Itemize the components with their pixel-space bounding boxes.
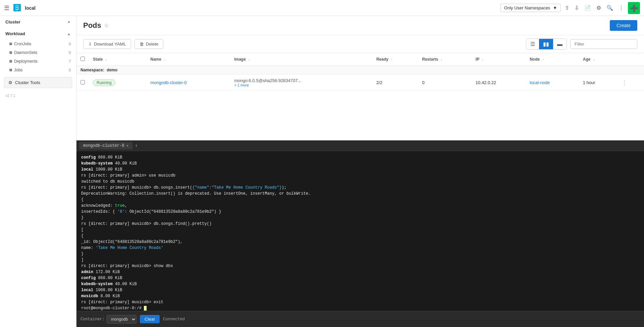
terminal-tab-bar: mongodb-cluster-0 ✕ ⇕ bbox=[76, 140, 644, 151]
document-icon[interactable]: 📄 bbox=[584, 5, 591, 11]
image-more[interactable]: + 1 more bbox=[234, 83, 368, 87]
workload-chevron-icon: ▲ bbox=[67, 32, 71, 36]
filter-input[interactable] bbox=[570, 39, 637, 49]
ready-cell: 2/2 bbox=[372, 75, 418, 91]
settings-icon[interactable]: ⚙ bbox=[596, 5, 601, 11]
view-toggle: ☰ ▮▮ ▬ bbox=[526, 39, 567, 50]
actions-column-header bbox=[618, 53, 644, 66]
terminal-line: kubedb-system 40.00 KiB bbox=[81, 281, 639, 287]
more-options-icon[interactable]: ⋮ bbox=[619, 5, 624, 11]
download-yaml-button[interactable]: ⇩ Download YAML bbox=[83, 39, 131, 49]
row-actions-cell: ⋮ bbox=[618, 75, 644, 91]
workload-section-header[interactable]: Workload ▲ bbox=[0, 28, 76, 40]
container-label: Container: bbox=[80, 317, 105, 322]
terminal-line: } bbox=[81, 251, 639, 257]
state-column-header[interactable]: State ↕ bbox=[89, 53, 146, 66]
select-all-checkbox[interactable] bbox=[80, 57, 85, 61]
cluster-name: local bbox=[25, 5, 36, 11]
table-view-button[interactable]: ▬ bbox=[553, 39, 567, 49]
terminal-resize-icon[interactable]: ⇕ bbox=[135, 143, 138, 148]
terminal-line: insertedIds: { '0': ObjectId("648813520a… bbox=[81, 209, 639, 215]
node-link[interactable]: local-node bbox=[530, 80, 550, 85]
navbar-icons: ⇧ ⇩ 📄 ⚙ 🔍 ⋮ bbox=[565, 5, 624, 11]
terminal-line: } bbox=[81, 215, 639, 221]
namespace-selector[interactable]: Only User Namespaces ▼ bbox=[500, 4, 561, 12]
pod-name-link[interactable]: mongodb-cluster-0 bbox=[150, 80, 186, 85]
table-header: State ↕ Name ↓ Image ↕ Ready bbox=[76, 53, 644, 66]
namespace-selector-label: Only User Namespaces bbox=[504, 5, 550, 10]
deployments-dot-icon bbox=[9, 60, 12, 63]
upload-icon[interactable]: ⇧ bbox=[565, 5, 569, 11]
create-button[interactable]: Create bbox=[610, 20, 637, 31]
clear-button[interactable]: Clear bbox=[140, 315, 160, 323]
terminal-line: { bbox=[81, 233, 639, 239]
terminal-line: rs [direct: primary] admin> use musicdb bbox=[81, 173, 639, 179]
download-icon[interactable]: ⇩ bbox=[575, 5, 579, 11]
terminal-line: local 1008.00 KiB bbox=[81, 287, 639, 293]
name-cell: mongodb-cluster-0 bbox=[146, 75, 230, 91]
sidebar-version: v2.7.1 bbox=[0, 91, 76, 100]
search-icon[interactable]: 🔍 bbox=[606, 5, 613, 11]
terminal-line: acknowledged: true, bbox=[81, 203, 639, 209]
container-select[interactable]: mongodb bbox=[107, 315, 137, 324]
ip-column-header[interactable]: IP ↕ bbox=[472, 53, 526, 66]
age-sort-icon: ↕ bbox=[593, 58, 595, 61]
pods-table-container: State ↕ Name ↓ Image ↕ Ready bbox=[76, 53, 644, 140]
row-checkbox[interactable] bbox=[80, 80, 85, 84]
add-resource-button[interactable]: ➕ bbox=[628, 2, 640, 14]
terminal-line: config 860.00 KiB bbox=[81, 154, 639, 160]
terminal-line: { bbox=[81, 197, 639, 203]
age-column-header[interactable]: Age ↕ bbox=[579, 53, 618, 66]
select-all-header bbox=[76, 53, 89, 66]
sidebar-item-daemonsets[interactable]: DaemonSets 0 bbox=[0, 48, 76, 57]
ip-cell: 10.42.0.22 bbox=[472, 75, 526, 91]
table-row: Running mongodb-cluster-0 mongo:6.0.5@sh… bbox=[76, 75, 644, 91]
restarts-sort-icon: ↕ bbox=[441, 58, 442, 61]
grid-view-button[interactable]: ▮▮ bbox=[539, 39, 553, 49]
cluster-tools-gear-icon: ⚙ bbox=[8, 80, 12, 85]
name-column-header[interactable]: Name ↓ bbox=[146, 53, 230, 66]
delete-button[interactable]: 🗑 Delete bbox=[135, 39, 164, 49]
terminal-line: DeprecationWarning: Collection.insert() … bbox=[81, 191, 639, 197]
terminal-line: rs [direct: primary] musicdb> exit bbox=[81, 299, 639, 305]
image-sort-icon: ↕ bbox=[248, 58, 250, 61]
restarts-cell: 0 bbox=[418, 75, 472, 91]
cluster-section-header[interactable]: Cluster ▼ bbox=[0, 16, 76, 28]
ready-sort-icon: ↕ bbox=[391, 58, 392, 61]
status-badge: Running bbox=[93, 79, 115, 86]
terminal-tab[interactable]: mongodb-cluster-0 ✕ bbox=[79, 142, 132, 149]
row-checkbox-cell bbox=[76, 75, 89, 91]
terminal-line: root@mongodb-cluster-0:/# bbox=[81, 305, 639, 311]
image-column-header[interactable]: Image ↕ bbox=[230, 53, 372, 66]
terminal-line: musicdb 8.00 KiB bbox=[81, 293, 639, 299]
ip-sort-icon: ↕ bbox=[482, 58, 483, 61]
container-selector: Container: mongodb bbox=[80, 315, 137, 324]
ready-column-header[interactable]: Ready ↕ bbox=[372, 53, 418, 66]
terminal-content[interactable]: config 860.00 KiB kubedb-system 40.00 Ki… bbox=[76, 151, 644, 311]
sidebar-item-cronjobs[interactable]: CronJobs 0 bbox=[0, 40, 76, 48]
table-body: Namespace: demo Running mongodb-cluster-… bbox=[76, 66, 644, 91]
pods-title-row: Pods ☆ bbox=[83, 21, 109, 30]
pods-title-text: Pods bbox=[83, 21, 101, 30]
namespace-cell: Namespace: demo bbox=[76, 66, 644, 75]
list-view-button[interactable]: ☰ bbox=[526, 39, 539, 49]
node-column-header[interactable]: Node ↕ bbox=[526, 53, 579, 66]
terminal-tab-close-icon[interactable]: ✕ bbox=[126, 143, 128, 148]
row-more-icon[interactable]: ⋮ bbox=[622, 79, 628, 86]
jobs-dot-icon bbox=[9, 69, 12, 71]
main-layout: Cluster ▼ Workload ▲ CronJobs 0 DaemonSe… bbox=[0, 16, 644, 327]
namespace-selector-chevron-icon: ▼ bbox=[553, 5, 557, 10]
menu-icon[interactable]: ☰ bbox=[4, 4, 9, 12]
cluster-tools-button[interactable]: ⚙ Cluster Tools bbox=[4, 77, 72, 88]
sidebar-item-deployments[interactable]: Deployments 7 bbox=[0, 57, 76, 66]
terminal-line: rs [direct: primary] musicdb> show dbs bbox=[81, 263, 639, 269]
terminal-panel: mongodb-cluster-0 ✕ ⇕ config 860.00 KiB … bbox=[76, 140, 644, 327]
terminal-bottom-bar: Container: mongodb Clear Connected bbox=[76, 311, 644, 327]
app-logo: 🅱 bbox=[13, 4, 21, 12]
favorite-star-icon[interactable]: ☆ bbox=[104, 22, 109, 29]
terminal-tab-label: mongodb-cluster-0 bbox=[83, 143, 124, 148]
image-primary: mongo:6.0.5@sha256:92834707... bbox=[234, 78, 368, 83]
name-sort-icon: ↓ bbox=[164, 58, 165, 61]
sidebar-item-jobs[interactable]: Jobs 0 bbox=[0, 66, 76, 74]
restarts-column-header[interactable]: Restarts ↕ bbox=[418, 53, 472, 66]
